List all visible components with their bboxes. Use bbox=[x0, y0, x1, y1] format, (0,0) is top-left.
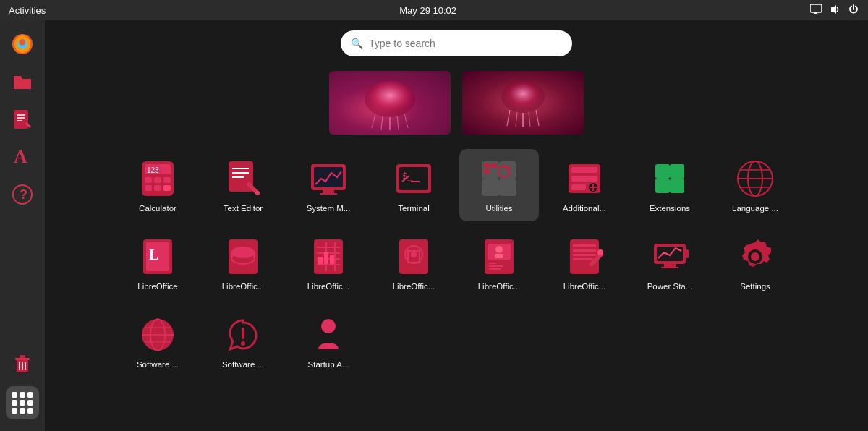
svg-line-21 bbox=[381, 116, 383, 130]
search-icon: 🔍 bbox=[351, 38, 363, 49]
svg-rect-112 bbox=[573, 249, 596, 252]
screen-icon[interactable] bbox=[810, 4, 822, 17]
svg-rect-109 bbox=[495, 254, 503, 258]
app-calculator-label: Calculator bbox=[139, 204, 176, 214]
svg-rect-97 bbox=[324, 252, 328, 264]
svg-rect-59 bbox=[484, 169, 490, 174]
svg-point-19 bbox=[365, 81, 415, 117]
app-libreoffice-impress[interactable]: LibreOffic... bbox=[459, 227, 539, 299]
svg-point-102 bbox=[411, 252, 417, 257]
window-thumb-1[interactable] bbox=[329, 71, 451, 135]
dock-trash[interactable] bbox=[6, 347, 39, 380]
svg-point-108 bbox=[495, 246, 503, 253]
app-libreoffice-draw-label: LibreOffic... bbox=[393, 282, 435, 292]
app-libreoffice-base-label: LibreOffic... bbox=[222, 282, 265, 292]
svg-line-27 bbox=[516, 112, 517, 127]
app-extensions-label: Extensions bbox=[650, 204, 690, 214]
svg-rect-38 bbox=[163, 185, 171, 191]
svg-rect-6 bbox=[14, 110, 28, 129]
svg-rect-48 bbox=[320, 193, 337, 195]
svg-point-74 bbox=[674, 176, 680, 182]
svg-rect-128 bbox=[242, 328, 244, 339]
window-thumb-2[interactable] bbox=[462, 71, 584, 135]
svg-rect-1 bbox=[814, 12, 817, 14]
dock-help[interactable]: ? bbox=[6, 178, 39, 211]
app-software[interactable]: Software ... bbox=[118, 305, 197, 377]
svg-point-115 bbox=[597, 249, 603, 255]
recent-windows bbox=[329, 71, 584, 135]
grid-icon bbox=[12, 392, 33, 414]
dock-text-editor[interactable] bbox=[6, 103, 39, 136]
app-power-stats-label: Power Sta... bbox=[647, 282, 693, 292]
svg-rect-58 bbox=[491, 163, 497, 168]
app-text-editor[interactable]: Text Editor bbox=[203, 149, 283, 221]
app-utilities-label: Utilities bbox=[485, 204, 512, 214]
topbar-system-icons bbox=[810, 4, 859, 17]
svg-point-44 bbox=[255, 191, 260, 195]
power-icon[interactable] bbox=[848, 4, 859, 17]
app-software-update[interactable]: Software ... bbox=[203, 305, 283, 377]
app-extensions[interactable]: Extensions bbox=[630, 149, 710, 221]
app-terminal[interactable]: $_ Terminal bbox=[374, 149, 454, 221]
app-calculator[interactable]: 123 Calculator bbox=[118, 149, 197, 221]
svg-text:?: ? bbox=[20, 187, 27, 202]
app-utilities[interactable]: Utilities bbox=[459, 149, 539, 221]
app-startup[interactable]: Startup A... bbox=[289, 305, 368, 377]
svg-rect-90 bbox=[317, 247, 340, 248]
svg-rect-33 bbox=[145, 177, 152, 183]
svg-rect-106 bbox=[489, 265, 503, 267]
svg-rect-113 bbox=[573, 254, 596, 256]
svg-line-20 bbox=[372, 114, 375, 128]
app-system-monitor-label: System M... bbox=[307, 204, 351, 214]
dock-firefox[interactable] bbox=[6, 27, 39, 61]
svg-rect-120 bbox=[661, 267, 678, 268]
app-additional[interactable]: Additional... bbox=[545, 149, 624, 221]
app-language-label: Language ... bbox=[732, 204, 778, 214]
svg-line-29 bbox=[529, 112, 530, 127]
svg-rect-55 bbox=[482, 179, 499, 196]
svg-rect-93 bbox=[317, 264, 340, 265]
app-libreoffice-impress-label: LibreOffic... bbox=[478, 282, 521, 292]
svg-rect-2 bbox=[813, 14, 819, 14]
topbar: Activities May 29 10:02 bbox=[0, 0, 868, 20]
app-libreoffice-base[interactable]: LibreOffic... bbox=[203, 227, 283, 299]
app-libreoffice-calc[interactable]: LibreOffic... bbox=[289, 227, 368, 299]
volume-icon[interactable] bbox=[829, 4, 841, 17]
app-settings-label: Settings bbox=[740, 282, 770, 292]
svg-rect-118 bbox=[657, 247, 683, 261]
app-libreoffice-draw[interactable]: LibreOffic... bbox=[374, 227, 454, 299]
show-apps-button[interactable] bbox=[6, 386, 39, 419]
app-libreoffice[interactable]: L LibreOffice bbox=[118, 227, 197, 299]
app-libreoffice-writer[interactable]: LibreOffic... bbox=[545, 227, 624, 299]
svg-point-122 bbox=[751, 252, 760, 261]
svg-rect-36 bbox=[145, 185, 152, 191]
app-additional-label: Additional... bbox=[563, 204, 606, 214]
svg-marker-3 bbox=[831, 5, 836, 14]
dock-fonts[interactable]: A bbox=[6, 140, 39, 174]
svg-rect-35 bbox=[163, 177, 171, 183]
svg-rect-119 bbox=[664, 264, 676, 267]
svg-rect-47 bbox=[323, 190, 334, 193]
datetime-display: May 29 10:02 bbox=[399, 5, 456, 16]
svg-text:123: 123 bbox=[147, 166, 159, 174]
svg-text:L: L bbox=[149, 247, 158, 263]
app-terminal-label: Terminal bbox=[398, 204, 429, 214]
svg-rect-14 bbox=[15, 358, 30, 360]
svg-text:A: A bbox=[14, 146, 27, 167]
svg-rect-56 bbox=[499, 179, 516, 196]
app-power-stats[interactable]: Power Sta... bbox=[630, 227, 710, 299]
app-grid: 123 Calculator Text Editor bbox=[111, 149, 802, 377]
svg-rect-64 bbox=[571, 184, 586, 190]
app-text-editor-label: Text Editor bbox=[224, 204, 263, 214]
dock-files[interactable] bbox=[6, 65, 39, 98]
app-language[interactable]: Language ... bbox=[715, 149, 795, 221]
activities-button[interactable]: Activities bbox=[9, 5, 46, 16]
app-system-monitor[interactable]: System M... bbox=[289, 149, 368, 221]
svg-rect-57 bbox=[484, 163, 490, 168]
svg-line-23 bbox=[397, 116, 399, 130]
svg-rect-95 bbox=[334, 242, 336, 271]
svg-point-130 bbox=[321, 319, 336, 333]
app-settings[interactable]: Settings bbox=[715, 227, 795, 299]
svg-rect-114 bbox=[573, 258, 593, 260]
search-input[interactable] bbox=[369, 38, 562, 49]
